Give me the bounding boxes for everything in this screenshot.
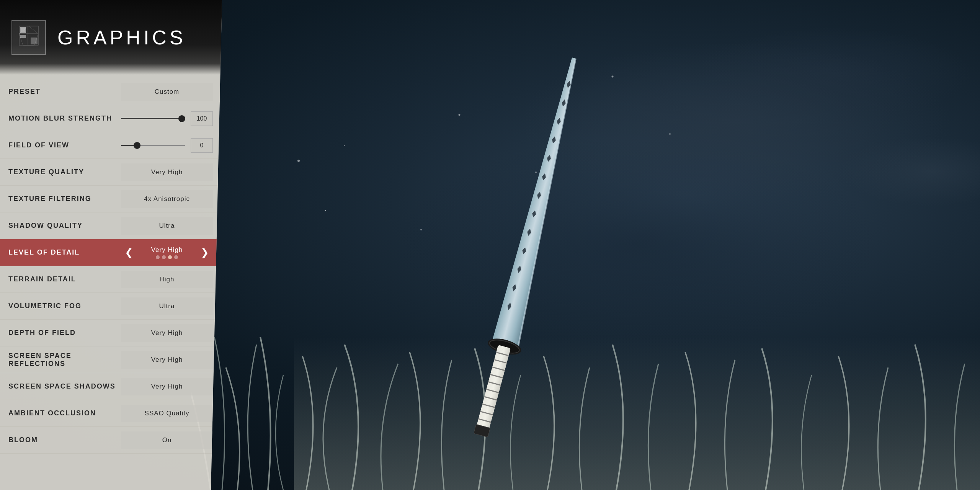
svg-point-32 [297,160,300,162]
settings-list: PRESETCustomMOTION BLUR STRENGTH100FIELD… [0,75,222,457]
slider-thumb-field-of-view[interactable] [134,142,140,149]
panel-header: GRAPHICS [0,0,222,75]
dot-level-of-detail-3 [174,255,178,259]
dot-level-of-detail-0 [156,255,160,259]
arrow-value-wrapper-level-of-detail: Very High [137,246,197,259]
dropdown-texture-quality[interactable]: Very High [121,163,213,181]
setting-control-field-of-view: 0 [119,138,214,153]
settings-panel: GRAPHICS PRESETCustomMOTION BLUR STRENGT… [0,0,222,490]
setting-control-preset: Custom [119,83,214,101]
setting-control-screen-space-shadows: Very High [119,378,214,395]
setting-control-level-of-detail: ❮Very High❯ [119,245,214,260]
setting-control-motion-blur: 100 [119,111,214,126]
setting-label-terrain-detail: TERRAIN DETAIL [8,275,119,283]
dropdown-texture-filtering[interactable]: 4x Anisotropic [121,190,213,208]
setting-row-screen-space-shadows[interactable]: SCREEN SPACE SHADOWSVery High [0,373,222,400]
arrow-control-level-of-detail: ❮Very High❯ [119,245,214,260]
setting-label-field-of-view: FIELD OF VIEW [8,141,119,149]
arrow-right-level-of-detail[interactable]: ❯ [197,245,212,260]
setting-row-depth-of-field[interactable]: DEPTH OF FIELDVery High [0,320,222,346]
setting-label-preset: PRESET [8,88,119,96]
slider-track-motion-blur[interactable] [121,118,185,119]
setting-row-motion-blur[interactable]: MOTION BLUR STRENGTH100 [0,105,222,132]
setting-row-shadow-quality[interactable]: SHADOW QUALITYUltra [0,212,222,239]
setting-label-depth-of-field: DEPTH OF FIELD [8,329,119,337]
logo-box [11,20,46,55]
dot-level-of-detail-1 [162,255,166,259]
setting-row-level-of-detail[interactable]: LEVEL OF DETAIL❮Very High❯ [0,239,222,266]
setting-label-ambient-occlusion: AMBIENT OCCLUSION [8,409,119,417]
setting-row-terrain-detail[interactable]: TERRAIN DETAILHigh [0,266,222,293]
arrow-left-level-of-detail[interactable]: ❮ [121,245,137,260]
arrow-value-level-of-detail: Very High [151,246,183,254]
setting-row-field-of-view[interactable]: FIELD OF VIEW0 [0,132,222,159]
setting-control-texture-filtering: 4x Anisotropic [119,190,214,208]
setting-row-ambient-occlusion[interactable]: AMBIENT OCCLUSIONSSAO Quality [0,400,222,427]
setting-control-bloom: On [119,431,214,449]
dropdown-screen-space-shadows[interactable]: Very High [121,378,213,395]
dropdown-screen-space-reflections[interactable]: Very High [121,351,213,369]
svg-point-39 [669,133,671,135]
setting-label-screen-space-shadows: SCREEN SPACE SHADOWS [8,382,119,390]
setting-control-ambient-occlusion: SSAO Quality [119,405,214,422]
dropdown-ambient-occlusion[interactable]: SSAO Quality [121,405,213,422]
setting-row-texture-filtering[interactable]: TEXTURE FILTERING4x Anisotropic [0,186,222,212]
page-title: GRAPHICS [57,26,186,49]
dropdown-terrain-detail[interactable]: High [121,271,213,288]
setting-label-texture-filtering: TEXTURE FILTERING [8,195,119,203]
slider-fill-motion-blur [121,118,182,119]
svg-marker-0 [492,57,594,348]
slider-thumb-motion-blur[interactable] [178,115,185,122]
svg-rect-4 [476,345,511,430]
dropdown-bloom[interactable]: On [121,431,213,449]
setting-label-shadow-quality: SHADOW QUALITY [8,222,119,230]
setting-control-volumetric-fog: Ultra [119,297,214,315]
setting-row-preset[interactable]: PRESETCustom [0,78,222,105]
slider-track-field-of-view[interactable] [121,145,185,146]
setting-row-texture-quality[interactable]: TEXTURE QUALITYVery High [0,159,222,186]
slider-value-motion-blur: 100 [191,111,213,126]
setting-control-screen-space-reflections: Very High [119,351,214,369]
setting-row-volumetric-fog[interactable]: VOLUMETRIC FOGUltra [0,293,222,320]
logo-icon [17,24,40,51]
setting-label-level-of-detail: LEVEL OF DETAIL [8,248,119,256]
svg-point-34 [459,114,461,116]
setting-label-texture-quality: TEXTURE QUALITY [8,168,119,176]
setting-control-depth-of-field: Very High [119,324,214,342]
dropdown-shadow-quality[interactable]: Ultra [121,217,213,235]
setting-row-screen-space-reflections[interactable]: SCREEN SPACE REFLECTIONSVery High [0,346,222,373]
svg-point-35 [535,172,537,173]
svg-point-38 [612,76,614,78]
slider-container-motion-blur: 100 [121,111,213,126]
svg-point-33 [344,145,345,146]
setting-label-screen-space-reflections: SCREEN SPACE REFLECTIONS [8,352,119,368]
dot-level-of-detail-2 [168,255,172,259]
setting-control-shadow-quality: Ultra [119,217,214,235]
setting-label-bloom: BLOOM [8,436,119,444]
svg-point-37 [420,229,422,230]
setting-control-terrain-detail: High [119,271,214,288]
svg-rect-43 [20,35,26,38]
svg-point-36 [325,210,326,211]
setting-row-bloom[interactable]: BLOOMOn [0,427,222,454]
dropdown-depth-of-field[interactable]: Very High [121,324,213,342]
setting-label-motion-blur: MOTION BLUR STRENGTH [8,114,119,122]
slider-value-field-of-view: 0 [191,138,213,153]
slider-container-field-of-view: 0 [121,138,213,153]
setting-label-volumetric-fog: VOLUMETRIC FOG [8,302,119,310]
dropdown-preset[interactable]: Custom [121,83,213,101]
setting-control-texture-quality: Very High [119,163,214,181]
dropdown-volumetric-fog[interactable]: Ultra [121,297,213,315]
dots-container-level-of-detail [156,255,178,259]
